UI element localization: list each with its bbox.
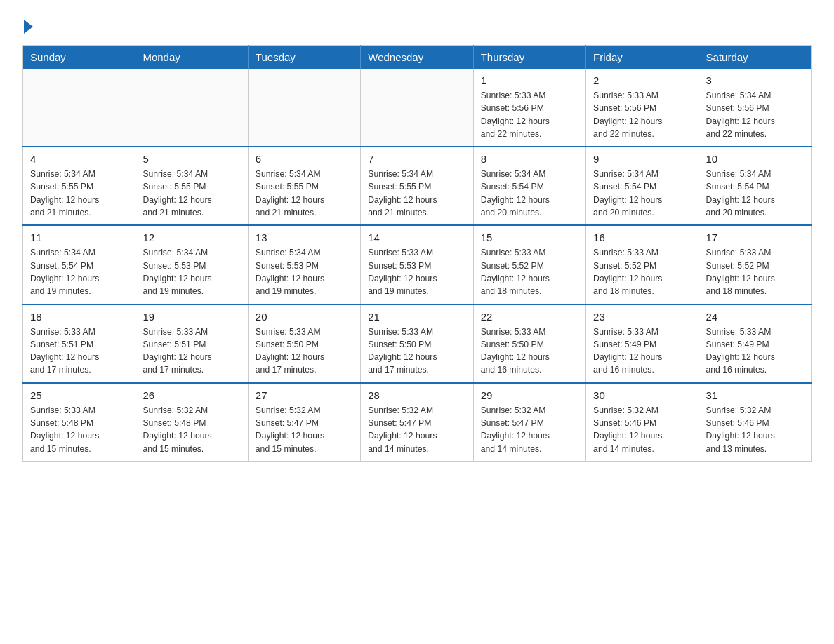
day-number: 18 xyxy=(30,311,128,323)
logo-triangle-icon xyxy=(24,20,33,34)
calendar-cell: 30Sunrise: 5:32 AMSunset: 5:46 PMDayligh… xyxy=(586,383,699,462)
day-info: Sunrise: 5:32 AMSunset: 5:47 PMDaylight:… xyxy=(368,404,465,455)
day-number: 2 xyxy=(593,74,691,86)
day-number: 14 xyxy=(368,232,465,243)
day-info: Sunrise: 5:33 AMSunset: 5:49 PMDaylight:… xyxy=(706,326,804,377)
day-number: 10 xyxy=(706,153,804,165)
day-info: Sunrise: 5:33 AMSunset: 5:56 PMDaylight:… xyxy=(593,89,691,140)
calendar-cell: 10Sunrise: 5:34 AMSunset: 5:54 PMDayligh… xyxy=(699,147,811,225)
day-info: Sunrise: 5:34 AMSunset: 5:55 PMDaylight:… xyxy=(30,168,128,219)
day-info: Sunrise: 5:33 AMSunset: 5:53 PMDaylight:… xyxy=(368,246,465,297)
calendar-cell: 29Sunrise: 5:32 AMSunset: 5:47 PMDayligh… xyxy=(473,383,585,462)
day-info: Sunrise: 5:33 AMSunset: 5:50 PMDaylight:… xyxy=(368,326,465,377)
calendar-cell: 11Sunrise: 5:34 AMSunset: 5:54 PMDayligh… xyxy=(23,225,135,304)
day-number: 28 xyxy=(368,389,465,401)
day-info: Sunrise: 5:33 AMSunset: 5:52 PMDaylight:… xyxy=(593,246,691,297)
day-info: Sunrise: 5:32 AMSunset: 5:46 PMDaylight:… xyxy=(593,404,691,455)
day-number: 17 xyxy=(706,232,804,243)
calendar-cell: 2Sunrise: 5:33 AMSunset: 5:56 PMDaylight… xyxy=(586,69,699,147)
day-number: 29 xyxy=(481,389,578,401)
calendar-cell: 25Sunrise: 5:33 AMSunset: 5:48 PMDayligh… xyxy=(23,383,135,462)
day-number: 13 xyxy=(256,232,353,243)
calendar-week-row: 25Sunrise: 5:33 AMSunset: 5:48 PMDayligh… xyxy=(23,383,812,462)
calendar-cell: 12Sunrise: 5:34 AMSunset: 5:53 PMDayligh… xyxy=(135,225,248,304)
day-info: Sunrise: 5:34 AMSunset: 5:54 PMDaylight:… xyxy=(593,168,691,219)
day-number: 8 xyxy=(481,153,578,165)
calendar-cell: 19Sunrise: 5:33 AMSunset: 5:51 PMDayligh… xyxy=(135,304,248,383)
day-info: Sunrise: 5:34 AMSunset: 5:55 PMDaylight:… xyxy=(368,168,465,219)
calendar-cell: 9Sunrise: 5:34 AMSunset: 5:54 PMDaylight… xyxy=(586,147,699,225)
day-info: Sunrise: 5:33 AMSunset: 5:51 PMDaylight:… xyxy=(30,326,128,377)
calendar-week-row: 1Sunrise: 5:33 AMSunset: 5:56 PMDaylight… xyxy=(23,69,812,147)
day-number: 7 xyxy=(368,153,465,165)
day-info: Sunrise: 5:33 AMSunset: 5:56 PMDaylight:… xyxy=(481,89,578,140)
day-number: 27 xyxy=(256,389,353,401)
calendar-cell: 7Sunrise: 5:34 AMSunset: 5:55 PMDaylight… xyxy=(361,147,473,225)
day-number: 4 xyxy=(30,153,128,165)
day-number: 30 xyxy=(593,389,691,401)
calendar-cell: 4Sunrise: 5:34 AMSunset: 5:55 PMDaylight… xyxy=(23,147,135,225)
day-number: 25 xyxy=(30,389,128,401)
calendar-cell: 24Sunrise: 5:33 AMSunset: 5:49 PMDayligh… xyxy=(699,304,811,383)
calendar-cell: 6Sunrise: 5:34 AMSunset: 5:55 PMDaylight… xyxy=(248,147,360,225)
calendar-cell: 1Sunrise: 5:33 AMSunset: 5:56 PMDaylight… xyxy=(473,69,585,147)
calendar-cell: 31Sunrise: 5:32 AMSunset: 5:46 PMDayligh… xyxy=(699,383,811,462)
calendar-week-row: 4Sunrise: 5:34 AMSunset: 5:55 PMDaylight… xyxy=(23,147,812,225)
day-number: 20 xyxy=(256,311,353,323)
day-info: Sunrise: 5:33 AMSunset: 5:49 PMDaylight:… xyxy=(593,326,691,377)
calendar-cell: 14Sunrise: 5:33 AMSunset: 5:53 PMDayligh… xyxy=(361,225,473,304)
calendar-cell: 26Sunrise: 5:32 AMSunset: 5:48 PMDayligh… xyxy=(135,383,248,462)
day-number: 6 xyxy=(256,153,353,165)
calendar-cell: 16Sunrise: 5:33 AMSunset: 5:52 PMDayligh… xyxy=(586,225,699,304)
weekday-header-saturday: Saturday xyxy=(699,46,811,69)
logo xyxy=(22,22,33,34)
calendar-cell xyxy=(361,69,473,147)
day-number: 23 xyxy=(593,311,691,323)
calendar-table: SundayMondayTuesdayWednesdayThursdayFrid… xyxy=(22,45,812,462)
calendar-week-row: 11Sunrise: 5:34 AMSunset: 5:54 PMDayligh… xyxy=(23,225,812,304)
day-number: 21 xyxy=(368,311,465,323)
day-info: Sunrise: 5:32 AMSunset: 5:47 PMDaylight:… xyxy=(256,404,353,455)
day-info: Sunrise: 5:34 AMSunset: 5:55 PMDaylight:… xyxy=(143,168,240,219)
weekday-header-thursday: Thursday xyxy=(473,46,585,69)
day-info: Sunrise: 5:34 AMSunset: 5:53 PMDaylight:… xyxy=(143,246,240,297)
day-info: Sunrise: 5:33 AMSunset: 5:52 PMDaylight:… xyxy=(706,246,804,297)
calendar-cell xyxy=(23,69,135,147)
calendar-cell xyxy=(248,69,360,147)
day-info: Sunrise: 5:34 AMSunset: 5:53 PMDaylight:… xyxy=(256,246,353,297)
day-info: Sunrise: 5:34 AMSunset: 5:54 PMDaylight:… xyxy=(481,168,578,219)
weekday-header-friday: Friday xyxy=(586,46,699,69)
day-info: Sunrise: 5:32 AMSunset: 5:48 PMDaylight:… xyxy=(143,404,240,455)
day-info: Sunrise: 5:33 AMSunset: 5:48 PMDaylight:… xyxy=(30,404,128,455)
day-info: Sunrise: 5:33 AMSunset: 5:51 PMDaylight:… xyxy=(143,326,240,377)
calendar-cell: 3Sunrise: 5:34 AMSunset: 5:56 PMDaylight… xyxy=(699,69,811,147)
day-number: 16 xyxy=(593,232,691,243)
weekday-header-tuesday: Tuesday xyxy=(248,46,360,69)
day-info: Sunrise: 5:34 AMSunset: 5:56 PMDaylight:… xyxy=(706,89,804,140)
day-number: 12 xyxy=(143,232,240,243)
day-number: 15 xyxy=(481,232,578,243)
calendar-cell: 5Sunrise: 5:34 AMSunset: 5:55 PMDaylight… xyxy=(135,147,248,225)
day-info: Sunrise: 5:34 AMSunset: 5:55 PMDaylight:… xyxy=(256,168,353,219)
day-number: 26 xyxy=(143,389,240,401)
calendar-cell: 27Sunrise: 5:32 AMSunset: 5:47 PMDayligh… xyxy=(248,383,360,462)
weekday-header-wednesday: Wednesday xyxy=(361,46,473,69)
day-number: 9 xyxy=(593,153,691,165)
day-number: 19 xyxy=(143,311,240,323)
day-number: 3 xyxy=(706,74,804,86)
day-number: 22 xyxy=(481,311,578,323)
day-info: Sunrise: 5:32 AMSunset: 5:47 PMDaylight:… xyxy=(481,404,578,455)
calendar-cell: 15Sunrise: 5:33 AMSunset: 5:52 PMDayligh… xyxy=(473,225,585,304)
calendar-cell: 23Sunrise: 5:33 AMSunset: 5:49 PMDayligh… xyxy=(586,304,699,383)
calendar-cell: 28Sunrise: 5:32 AMSunset: 5:47 PMDayligh… xyxy=(361,383,473,462)
calendar-cell: 8Sunrise: 5:34 AMSunset: 5:54 PMDaylight… xyxy=(473,147,585,225)
day-number: 1 xyxy=(481,74,578,86)
day-number: 31 xyxy=(706,389,804,401)
calendar-cell xyxy=(135,69,248,147)
weekday-header-sunday: Sunday xyxy=(23,46,135,69)
day-info: Sunrise: 5:34 AMSunset: 5:54 PMDaylight:… xyxy=(30,246,128,297)
weekday-header-monday: Monday xyxy=(135,46,248,69)
calendar-cell: 22Sunrise: 5:33 AMSunset: 5:50 PMDayligh… xyxy=(473,304,585,383)
day-info: Sunrise: 5:34 AMSunset: 5:54 PMDaylight:… xyxy=(706,168,804,219)
calendar-cell: 18Sunrise: 5:33 AMSunset: 5:51 PMDayligh… xyxy=(23,304,135,383)
